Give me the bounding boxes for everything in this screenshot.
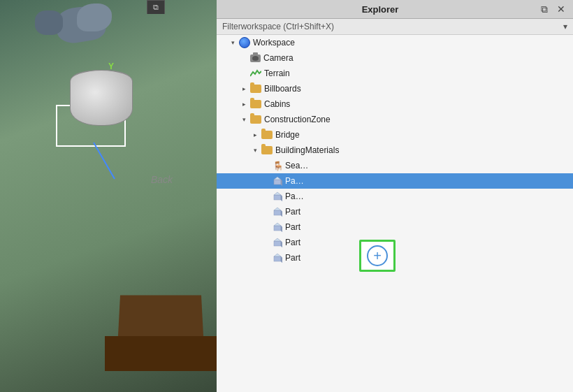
add-button-circle[interactable]: + bbox=[367, 245, 388, 266]
expand-arrow-part5 bbox=[261, 238, 271, 247]
tree-content[interactable]: Workspace Camera Terrain Billboards bbox=[217, 35, 573, 392]
expand-arrow-camera bbox=[239, 53, 249, 63]
part6-label: Part bbox=[285, 253, 300, 263]
seat-icon: 🪑 bbox=[273, 161, 282, 170]
tree-item-billboards[interactable]: Billboards bbox=[217, 81, 573, 96]
dock-icon[interactable]: ⧉ bbox=[538, 3, 551, 15]
tree-item-part4[interactable]: Part bbox=[217, 219, 573, 235]
expand-arrow-cabins[interactable] bbox=[239, 99, 249, 109]
part6-icon bbox=[273, 253, 282, 263]
buildingmaterials-label: BuildingMaterials bbox=[275, 145, 339, 155]
svg-marker-13 bbox=[274, 238, 281, 241]
billboards-label: Billboards bbox=[264, 84, 301, 94]
filter-bar[interactable]: Filterworkspace (Ctrl+Shift+X) ▾ bbox=[217, 19, 573, 35]
tree-item-part1[interactable]: Pa… bbox=[217, 173, 573, 189]
terrain-platform-2 bbox=[105, 336, 217, 371]
buildingmaterials-folder-icon bbox=[261, 146, 273, 154]
part2-icon bbox=[273, 191, 282, 201]
svg-rect-9 bbox=[274, 226, 281, 231]
svg-marker-7 bbox=[274, 208, 281, 210]
tree-item-cabins[interactable]: Cabins bbox=[217, 96, 573, 112]
tree-item-seat[interactable]: 🪑 Sea… bbox=[217, 158, 573, 173]
back-label: Back bbox=[151, 174, 173, 185]
cylinder-object: Back bbox=[70, 70, 133, 126]
filter-text: Filterworkspace (Ctrl+Shift+X) bbox=[222, 22, 563, 31]
expand-arrow-seat bbox=[261, 161, 271, 170]
svg-marker-17 bbox=[281, 256, 282, 263]
svg-marker-8 bbox=[281, 210, 282, 217]
part3-label: Part bbox=[285, 207, 300, 217]
part1-icon bbox=[273, 176, 282, 186]
tree-item-workspace[interactable]: Workspace bbox=[217, 35, 573, 50]
svg-marker-5 bbox=[281, 195, 282, 201]
explorer-header-icons: ⧉ ✕ bbox=[538, 3, 567, 15]
expand-arrow-billboards[interactable] bbox=[239, 84, 249, 94]
svg-marker-2 bbox=[281, 180, 282, 186]
close-icon[interactable]: ✕ bbox=[555, 3, 567, 15]
constructionzone-label: ConstructionZone bbox=[264, 115, 331, 124]
viewport-panel: Y Back ⧉ bbox=[0, 0, 217, 392]
part5-label: Part bbox=[285, 238, 300, 247]
bridge-folder-icon bbox=[261, 131, 273, 139]
tree-item-part3[interactable]: Part bbox=[217, 204, 573, 219]
tree-item-constructionzone[interactable]: ConstructionZone bbox=[217, 112, 573, 127]
tree-item-bridge[interactable]: Bridge bbox=[217, 127, 573, 143]
explorer-title: Explorer bbox=[222, 4, 538, 15]
tree-item-camera[interactable]: Camera bbox=[217, 50, 573, 66]
svg-rect-15 bbox=[274, 256, 281, 261]
part4-icon bbox=[273, 222, 282, 232]
svg-rect-0 bbox=[274, 180, 281, 184]
part3-icon bbox=[273, 207, 282, 217]
expand-arrow-terrain bbox=[239, 68, 249, 78]
viewport-tab[interactable]: ⧉ bbox=[147, 0, 165, 14]
part2-label: Pa… bbox=[285, 191, 304, 201]
svg-rect-6 bbox=[274, 210, 281, 215]
add-button-overlay[interactable]: + bbox=[359, 240, 396, 272]
terrain-rock-2 bbox=[77, 3, 112, 31]
expand-arrow-part2 bbox=[261, 191, 271, 201]
terrain-rock-3 bbox=[35, 10, 63, 35]
tree-item-part2[interactable]: Pa… bbox=[217, 189, 573, 204]
terrain-icon bbox=[250, 68, 261, 79]
expand-arrow-part6 bbox=[261, 253, 271, 263]
seat-label: Sea… bbox=[285, 161, 308, 170]
svg-marker-14 bbox=[281, 241, 282, 247]
billboards-folder-icon bbox=[250, 85, 261, 93]
explorer-header: Explorer ⧉ ✕ bbox=[217, 0, 573, 19]
part1-label: Pa… bbox=[285, 176, 304, 186]
expand-arrow-buildingmaterials[interactable] bbox=[250, 145, 260, 155]
workspace-icon bbox=[239, 37, 250, 48]
part4-label: Part bbox=[285, 222, 300, 232]
svg-marker-4 bbox=[274, 192, 281, 195]
explorer-panel: Explorer ⧉ ✕ Filterworkspace (Ctrl+Shift… bbox=[217, 0, 573, 392]
camera-label: Camera bbox=[263, 53, 293, 63]
camera-icon bbox=[250, 55, 261, 62]
tree-item-buildingmaterials[interactable]: BuildingMaterials bbox=[217, 143, 573, 158]
cabins-folder-icon bbox=[250, 100, 261, 108]
expand-arrow-part4 bbox=[261, 222, 271, 232]
svg-marker-10 bbox=[274, 223, 281, 226]
cabins-label: Cabins bbox=[264, 99, 290, 109]
expand-arrow-bridge[interactable] bbox=[250, 130, 260, 140]
bridge-label: Bridge bbox=[275, 130, 300, 140]
svg-rect-3 bbox=[274, 195, 281, 200]
filter-dropdown-icon[interactable]: ▾ bbox=[563, 22, 567, 31]
terrain-label: Terrain bbox=[264, 68, 290, 78]
svg-marker-16 bbox=[274, 254, 281, 256]
expand-arrow-part3 bbox=[261, 207, 271, 217]
svg-rect-12 bbox=[274, 241, 281, 246]
tree-item-terrain[interactable]: Terrain bbox=[217, 66, 573, 81]
part5-icon bbox=[273, 238, 282, 247]
expand-arrow-workspace[interactable] bbox=[228, 38, 238, 48]
workspace-label: Workspace bbox=[253, 38, 295, 48]
constructionzone-folder-icon bbox=[250, 115, 261, 124]
svg-marker-1 bbox=[274, 177, 281, 180]
svg-marker-11 bbox=[281, 226, 282, 232]
expand-arrow-constructionzone[interactable] bbox=[239, 115, 249, 124]
expand-arrow-part1 bbox=[261, 176, 271, 186]
